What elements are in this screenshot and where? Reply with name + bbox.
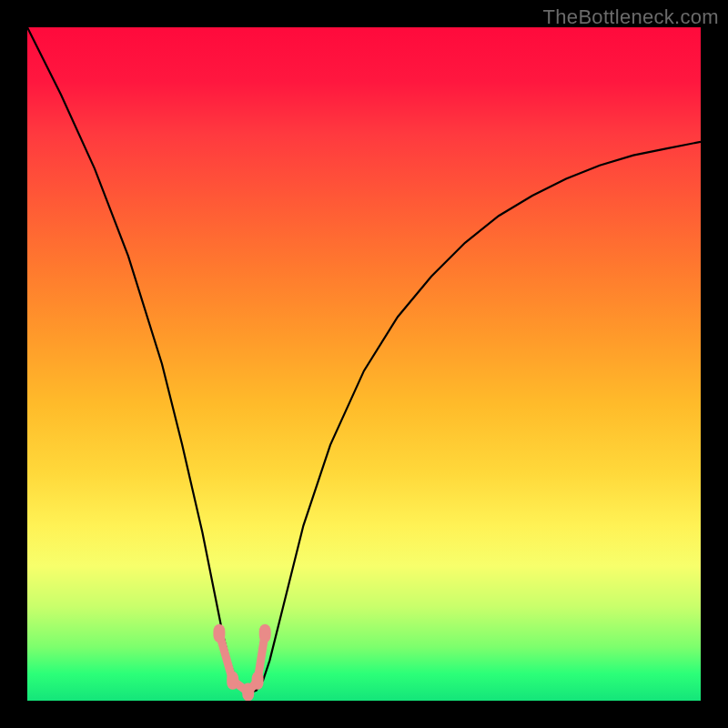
watermark-text: TheBottleneck.com (543, 5, 719, 29)
bottleneck-curve (27, 27, 701, 693)
curve-marker (227, 672, 238, 690)
curve-layer (27, 27, 701, 701)
curve-marker (252, 672, 264, 690)
marker-layer (213, 624, 270, 701)
curve-marker (213, 624, 225, 642)
figure-root: TheBottleneck.com (0, 0, 728, 728)
curve-marker (259, 624, 271, 642)
plot-area (27, 27, 701, 701)
